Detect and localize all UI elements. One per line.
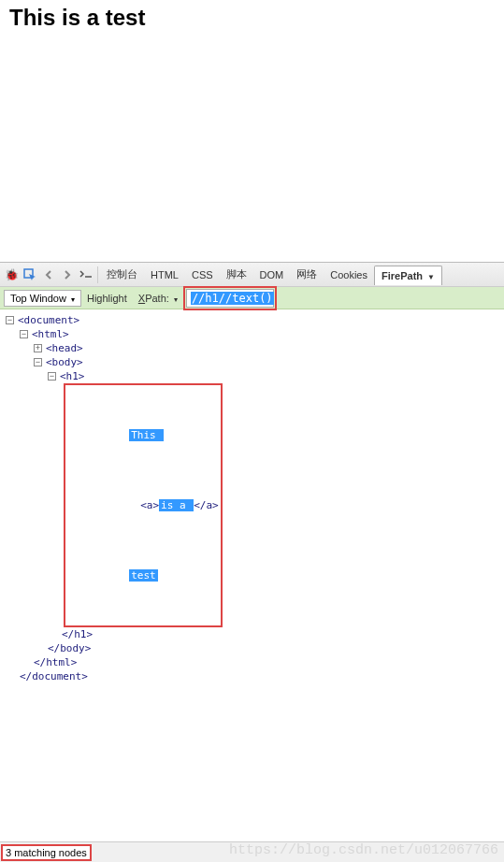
- tab-html[interactable]: HTML: [144, 266, 185, 284]
- matched-text-node[interactable]: test: [129, 569, 158, 582]
- collapse-icon[interactable]: −: [48, 372, 56, 381]
- tree-node-a-close[interactable]: </a>: [194, 499, 219, 511]
- xpath-label-text: Path:: [145, 293, 169, 304]
- command-line-icon[interactable]: [77, 265, 95, 285]
- matched-text-node[interactable]: is a: [159, 499, 194, 511]
- rendered-page: This is a test: [0, 0, 504, 262]
- tree-node-document-close[interactable]: </document>: [6, 669, 498, 683]
- tree-node-h1-close[interactable]: </h1>: [6, 627, 498, 641]
- firebug-icon[interactable]: 🐞: [2, 265, 21, 285]
- devtools-toolbar: 🐞 控制台 HTML CSS 脚本 DOM 网络 Cookies FirePat…: [0, 263, 504, 287]
- dropdown-arrow-icon: ▾: [71, 295, 75, 304]
- tab-script[interactable]: 脚本: [220, 264, 253, 285]
- expand-icon[interactable]: +: [34, 344, 42, 352]
- xpath-input[interactable]: //h1//text(): [186, 289, 274, 308]
- xpath-mode-dropdown[interactable]: XPath: ▾: [138, 293, 178, 304]
- xpath-input-value: //h1//text(): [191, 292, 274, 305]
- context-dropdown[interactable]: Top Window ▾: [4, 290, 81, 307]
- collapse-icon[interactable]: −: [6, 316, 14, 324]
- highlight-button[interactable]: Highlight: [87, 293, 127, 304]
- tree-node-a-open[interactable]: <a>: [140, 499, 159, 511]
- tab-firepath[interactable]: FirePath ▼: [374, 266, 442, 285]
- dom-tree-panel: − <document> − <html> + <head> − <body> …: [0, 309, 504, 687]
- tab-dom[interactable]: DOM: [253, 266, 291, 284]
- tab-network[interactable]: 网络: [290, 264, 324, 285]
- tree-node-document[interactable]: − <document>: [6, 313, 498, 327]
- nav-forward-icon[interactable]: [58, 265, 77, 285]
- page-heading: This is a test: [9, 5, 495, 31]
- result-count-annotation: 3 matching nodes: [1, 844, 92, 861]
- tree-node-head[interactable]: + <head>: [6, 341, 498, 355]
- tree-node-body-close[interactable]: </body>: [6, 641, 498, 655]
- dropdown-arrow-icon: ▼: [427, 273, 435, 281]
- tree-node-html[interactable]: − <html>: [6, 327, 498, 341]
- nav-back-icon[interactable]: [39, 265, 58, 285]
- xpath-input-annotation: //h1//text(): [183, 286, 277, 310]
- tree-node-h1[interactable]: − <h1>: [6, 369, 498, 383]
- tab-console[interactable]: 控制台: [100, 264, 144, 285]
- firepath-bar: Top Window ▾ Highlight XPath: ▾ //h1//te…: [0, 287, 504, 309]
- tab-cookies[interactable]: Cookies: [324, 266, 374, 284]
- tab-css[interactable]: CSS: [185, 266, 220, 284]
- context-dropdown-label: Top Window: [10, 293, 66, 304]
- matched-text-node[interactable]: This: [129, 429, 164, 441]
- dropdown-arrow-icon: ▾: [174, 295, 178, 304]
- inspect-icon[interactable]: [21, 265, 39, 285]
- tree-node-html-close[interactable]: </html>: [6, 655, 498, 669]
- collapse-icon[interactable]: −: [34, 358, 42, 366]
- tree-h1-content-annotation: This <a>is a </a> test: [6, 383, 498, 627]
- tab-firepath-label: FirePath: [382, 270, 423, 281]
- devtools-panel: 🐞 控制台 HTML CSS 脚本 DOM 网络 Cookies FirePat…: [0, 262, 504, 687]
- result-count: 3 matching nodes: [6, 847, 87, 858]
- collapse-icon[interactable]: −: [20, 330, 28, 338]
- status-bar: 3 matching nodes: [0, 841, 504, 862]
- tree-node-body[interactable]: − <body>: [6, 355, 498, 369]
